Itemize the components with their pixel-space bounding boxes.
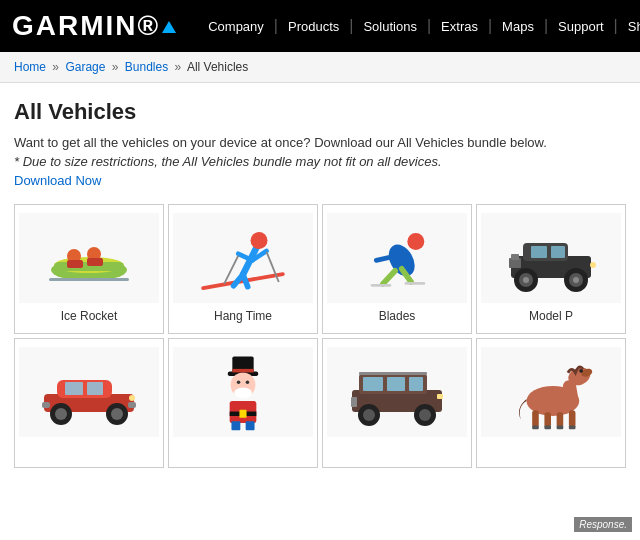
svg-rect-23 — [405, 282, 426, 285]
svg-rect-71 — [437, 394, 443, 399]
svg-point-18 — [407, 233, 424, 250]
vehicle-card-suv[interactable] — [322, 338, 472, 468]
vehicle-image-horse — [481, 347, 621, 437]
svg-rect-7 — [49, 278, 129, 281]
page-title: All Vehicles — [14, 99, 626, 125]
svg-rect-39 — [65, 382, 83, 395]
logo-area: GARMIN® — [0, 10, 188, 42]
vehicle-card-hang-time[interactable]: Hang Time — [168, 204, 318, 334]
breadcrumb-current: All Vehicles — [187, 60, 248, 74]
svg-rect-72 — [351, 397, 357, 407]
vehicle-label-blades: Blades — [379, 309, 416, 323]
svg-rect-79 — [544, 412, 551, 427]
breadcrumb-sep-3: » — [175, 60, 182, 74]
svg-point-47 — [129, 395, 135, 401]
svg-rect-64 — [387, 377, 405, 391]
ice-rocket-svg — [39, 218, 139, 298]
nav-shop[interactable]: Shop — [618, 19, 640, 34]
svg-rect-80 — [557, 412, 564, 427]
svg-point-51 — [237, 380, 241, 384]
vehicle-card-blades[interactable]: Blades — [322, 204, 472, 334]
svg-rect-60 — [232, 369, 253, 373]
svg-point-14 — [251, 232, 268, 249]
vehicle-card-nutcracker[interactable] — [168, 338, 318, 468]
main-content: All Vehicles Want to get all the vehicle… — [0, 83, 640, 484]
vehicle-image-hang-time — [173, 213, 313, 303]
breadcrumb: Home » Garage » Bundles » All Vehicles — [0, 52, 640, 83]
main-nav: Company | Products | Solutions | Extras … — [188, 17, 640, 35]
vehicle-grid: Ice Rocket — [14, 204, 626, 468]
svg-rect-40 — [87, 382, 103, 395]
suv-svg — [347, 352, 447, 432]
svg-rect-5 — [67, 260, 83, 268]
vehicle-label-hang-time: Hang Time — [214, 309, 272, 323]
nav-extras[interactable]: Extras — [431, 19, 488, 34]
svg-point-69 — [419, 409, 431, 421]
svg-rect-45 — [42, 402, 50, 408]
svg-point-67 — [363, 409, 375, 421]
svg-line-20 — [383, 271, 395, 284]
svg-rect-27 — [551, 246, 565, 258]
header: GARMIN® Company | Products | Solutions |… — [0, 0, 640, 52]
svg-point-33 — [573, 277, 579, 283]
svg-rect-85 — [569, 425, 576, 429]
svg-point-42 — [55, 408, 67, 420]
vehicle-card-ice-rocket[interactable]: Ice Rocket — [14, 204, 164, 334]
svg-line-13 — [243, 274, 248, 286]
nav-maps[interactable]: Maps — [492, 19, 544, 34]
download-now-link[interactable]: Download Now — [14, 173, 101, 188]
svg-rect-82 — [532, 425, 539, 429]
svg-rect-78 — [532, 410, 539, 427]
vehicle-image-suv — [327, 347, 467, 437]
svg-rect-35 — [511, 254, 519, 260]
svg-rect-58 — [231, 421, 240, 430]
nutcracker-svg — [193, 352, 293, 432]
size-warning: * Due to size restrictions, the All Vehi… — [14, 154, 626, 169]
vehicle-card-horse[interactable] — [476, 338, 626, 468]
svg-point-52 — [246, 380, 250, 384]
svg-rect-84 — [557, 425, 564, 429]
breadcrumb-garage[interactable]: Garage — [65, 60, 105, 74]
svg-rect-57 — [239, 410, 246, 418]
svg-rect-26 — [531, 246, 547, 258]
svg-point-54 — [234, 388, 252, 399]
vehicle-label-ice-rocket: Ice Rocket — [61, 309, 118, 323]
model-p-svg — [501, 218, 601, 298]
svg-rect-63 — [363, 377, 383, 391]
page-description: Want to get all the vehicles on your dev… — [14, 135, 626, 150]
hang-time-svg — [193, 218, 293, 298]
vehicle-card-red-car[interactable] — [14, 338, 164, 468]
breadcrumb-bundles[interactable]: Bundles — [125, 60, 168, 74]
svg-point-30 — [523, 277, 529, 283]
svg-rect-59 — [246, 421, 255, 430]
vehicle-image-red-car — [19, 347, 159, 437]
logo-text: GARMIN® — [12, 10, 160, 42]
vehicle-label-model-p: Model P — [529, 309, 573, 323]
svg-rect-6 — [87, 258, 103, 266]
nav-products[interactable]: Products — [278, 19, 349, 34]
svg-rect-81 — [569, 410, 576, 427]
svg-point-36 — [590, 262, 596, 268]
logo-reg: ® — [138, 10, 161, 41]
nav-solutions[interactable]: Solutions — [353, 19, 426, 34]
svg-rect-46 — [128, 402, 136, 408]
breadcrumb-sep-1: » — [52, 60, 59, 74]
logo-word: GARMIN — [12, 10, 138, 41]
svg-point-77 — [579, 369, 583, 373]
nav-support[interactable]: Support — [548, 19, 614, 34]
svg-rect-22 — [371, 284, 392, 287]
vehicle-image-model-p — [481, 213, 621, 303]
svg-point-44 — [111, 408, 123, 420]
svg-rect-83 — [544, 425, 551, 429]
vehicle-image-ice-rocket — [19, 213, 159, 303]
svg-rect-65 — [409, 377, 423, 391]
svg-rect-70 — [359, 372, 427, 375]
vehicle-card-model-p[interactable]: Model P — [476, 204, 626, 334]
breadcrumb-home[interactable]: Home — [14, 60, 46, 74]
vehicle-image-nutcracker — [173, 347, 313, 437]
horse-svg — [501, 352, 601, 432]
red-car-svg — [39, 352, 139, 432]
breadcrumb-sep-2: » — [112, 60, 119, 74]
logo-triangle-icon — [162, 21, 176, 33]
nav-company[interactable]: Company — [198, 19, 274, 34]
